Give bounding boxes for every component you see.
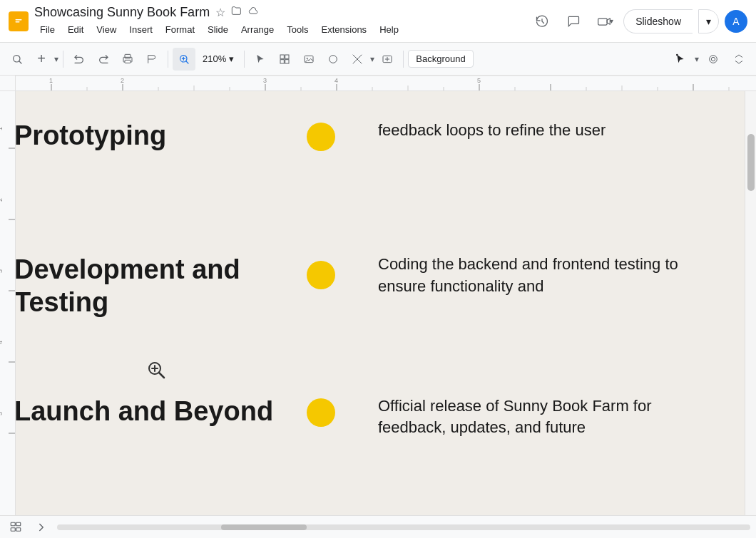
- svg-rect-7: [125, 60, 131, 63]
- svg-text:5: 5: [477, 77, 481, 84]
- background-button[interactable]: Background: [408, 50, 473, 68]
- menu-insert[interactable]: Insert: [123, 21, 158, 38]
- slide-text-prototyping[interactable]: feedback loops to refine the user: [378, 120, 720, 142]
- add-dropdown[interactable]: ▾: [54, 54, 58, 64]
- svg-text:4: 4: [334, 77, 338, 84]
- slide-title-prototyping[interactable]: Prototyping: [14, 120, 292, 152]
- camera-button[interactable]: ▾: [592, 9, 618, 34]
- document-title[interactable]: Showcasing Sunny Book Farm: [34, 5, 210, 20]
- user-avatar[interactable]: A: [725, 10, 747, 33]
- zoom-cursor-area: [14, 360, 720, 381]
- svg-text:3: 3: [263, 77, 267, 84]
- divider-3: [244, 51, 245, 68]
- menu-tools[interactable]: Tools: [281, 21, 314, 38]
- app-logo[interactable]: [9, 11, 29, 31]
- svg-text:3: 3: [0, 269, 4, 273]
- menu-view[interactable]: View: [91, 21, 122, 38]
- slide-area: Prototyping feedback loops to refine the…: [0, 91, 756, 515]
- folder-icon[interactable]: [231, 5, 242, 19]
- svg-text:2: 2: [121, 77, 124, 84]
- add-button[interactable]: +: [30, 48, 53, 71]
- collapse-toolbar-button[interactable]: [727, 48, 750, 71]
- line-tool-dropdown[interactable]: ▾: [370, 54, 374, 64]
- svg-text:4: 4: [0, 341, 4, 344]
- undo-button[interactable]: [68, 48, 91, 71]
- cursor-style-button[interactable]: [669, 48, 692, 71]
- toolbar: + ▾ 210% ▾ ▾ Background: [0, 43, 756, 76]
- svg-text:1: 1: [0, 127, 4, 130]
- svg-point-18: [711, 57, 715, 61]
- ruler-svg: 1 2 3 4 5: [0, 76, 756, 91]
- image-tool[interactable]: [297, 48, 320, 71]
- right-scrollbar[interactable]: [745, 91, 756, 515]
- zoom-cursor-icon: [146, 360, 166, 380]
- svg-rect-1: [16, 19, 22, 21]
- slide-text-launch[interactable]: Official release of Sunny Book Farm for …: [378, 395, 720, 440]
- slideshow-dropdown-button[interactable]: ▾: [698, 9, 719, 33]
- line-tool[interactable]: [346, 48, 369, 71]
- present-options[interactable]: [702, 48, 725, 71]
- history-button[interactable]: [529, 9, 555, 34]
- divider-4: [403, 51, 404, 68]
- menu-format[interactable]: Format: [160, 21, 200, 38]
- zoom-selector[interactable]: 210% ▾: [197, 51, 240, 67]
- ruler: 1 2 3 4 5: [0, 76, 756, 91]
- slide-row-prototyping: Prototyping feedback loops to refine the…: [14, 105, 720, 225]
- textbox-tool[interactable]: [376, 48, 399, 71]
- cursor-tool[interactable]: [249, 48, 272, 71]
- scrollbar-thumb[interactable]: [221, 524, 307, 530]
- cloud-icon[interactable]: [248, 5, 260, 19]
- slide-title-development[interactable]: Development and Testing: [14, 254, 292, 319]
- redo-button[interactable]: [92, 48, 115, 71]
- svg-line-47: [159, 373, 164, 378]
- svg-text:1: 1: [49, 77, 53, 84]
- chat-button[interactable]: [561, 9, 586, 34]
- slide-content: Prototyping feedback loops to refine the…: [0, 91, 742, 515]
- menu-help[interactable]: Help: [374, 21, 404, 38]
- menu-bar: File Edit View Insert Format Slide Arran…: [34, 21, 523, 38]
- toolbar-end: ▾: [669, 48, 750, 71]
- star-icon[interactable]: ☆: [215, 6, 225, 19]
- top-right-actions: ▾ Slideshow ▾ A: [529, 9, 747, 34]
- slide-dot-3: [307, 398, 335, 427]
- svg-rect-64: [16, 527, 21, 531]
- svg-point-14: [307, 58, 308, 59]
- top-bar: Showcasing Sunny Book Farm ☆ File Edit V…: [0, 0, 756, 43]
- menu-slide[interactable]: Slide: [202, 21, 234, 38]
- horizontal-scrollbar[interactable]: [57, 524, 750, 530]
- svg-rect-9: [280, 55, 284, 58]
- svg-rect-3: [598, 18, 607, 24]
- print-button[interactable]: [116, 48, 139, 71]
- slide-dot-1: [307, 123, 335, 151]
- svg-point-15: [330, 55, 337, 63]
- zoom-active-button[interactable]: [173, 48, 195, 71]
- slide-title-launch[interactable]: Launch and Beyond: [14, 395, 292, 428]
- slide-dot-2: [307, 261, 335, 289]
- slide-grid-button[interactable]: [6, 517, 26, 537]
- menu-arrange[interactable]: Arrange: [235, 21, 280, 38]
- svg-rect-62: [16, 522, 21, 526]
- slide-text-development[interactable]: Coding the backend and frontend testing …: [378, 254, 720, 298]
- menu-extensions[interactable]: Extensions: [316, 21, 373, 38]
- svg-rect-5: [125, 54, 131, 58]
- divider-2: [168, 51, 168, 68]
- svg-text:5: 5: [0, 412, 4, 415]
- svg-rect-61: [11, 522, 15, 526]
- svg-point-19: [710, 55, 717, 63]
- search-button[interactable]: [6, 48, 29, 71]
- cursor-dropdown[interactable]: ▾: [695, 54, 699, 64]
- shape-tool[interactable]: [322, 48, 344, 71]
- nav-next-button[interactable]: [31, 517, 51, 537]
- slide-row-launch: Launch and Beyond Official release of Su…: [14, 381, 720, 501]
- svg-text:2: 2: [0, 198, 4, 202]
- svg-point-17: [676, 53, 678, 56]
- right-scroll-thumb[interactable]: [747, 134, 755, 191]
- paint-format-button[interactable]: [141, 48, 163, 71]
- vertical-ruler: 1 2 3 4 5: [0, 91, 16, 515]
- select-tool[interactable]: [273, 48, 296, 71]
- slideshow-button[interactable]: Slideshow: [623, 9, 693, 33]
- menu-file[interactable]: File: [34, 21, 61, 38]
- svg-point-46: [149, 363, 160, 374]
- menu-edit[interactable]: Edit: [62, 21, 89, 38]
- svg-rect-63: [11, 527, 15, 531]
